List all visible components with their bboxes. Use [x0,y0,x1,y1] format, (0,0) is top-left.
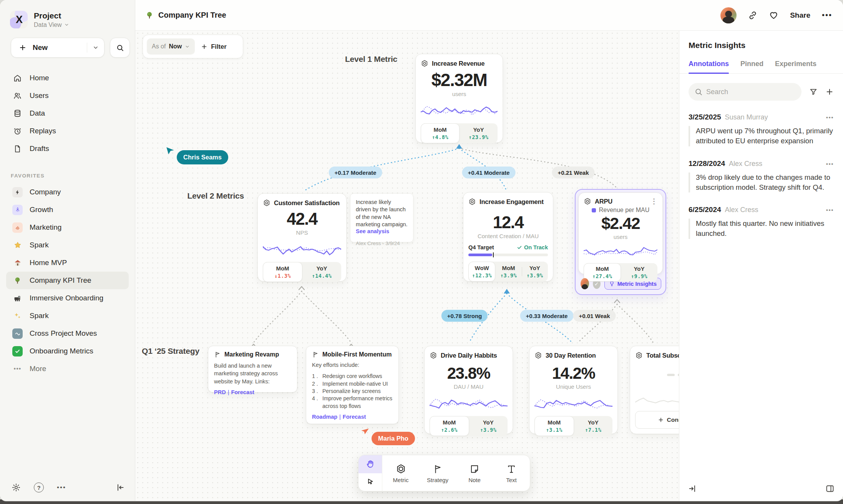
metric-card-arpu-selected[interactable]: ARPU ⋮ Revenue per MAU $2.42 users MoM↑2… [575,189,666,295]
connect-metric-button[interactable]: Connect [635,411,679,429]
metric-unit: DAU / MAU [430,383,508,390]
note-text: Increase likely driven by the launch of … [356,199,408,228]
expand-panel-icon[interactable] [688,484,697,493]
strategy-links: PRD|Forecast [214,389,291,395]
project-view-selector[interactable]: Data View [34,22,69,28]
note-icon [470,464,480,474]
strategy-card-mobile-first[interactable]: Mobile-First Momentum Key efforts includ… [306,346,399,424]
topbar: Company KPI Tree Share ••• [135,0,843,31]
toggle-sidebar-icon[interactable] [825,484,835,493]
users-icon [13,91,22,100]
filter-funnel-icon[interactable] [809,88,818,96]
favorite-company-kpi-tree[interactable]: Company KPI Tree [6,272,129,289]
forecast-link[interactable]: Forecast [231,389,254,395]
metric-card-increase-revenue[interactable]: Increase Revenue $2.32M users MoM↑4.8% Y… [415,54,503,143]
sidebar-nav: Home Users Data Replays Drafts [0,58,135,158]
annotations-search-input[interactable] [689,83,802,101]
strategy-item: 4 .Improve performance metrics across to… [312,395,393,410]
target-progress-bar [468,254,548,256]
settings-gear-icon[interactable] [12,483,21,492]
sidebar-item-data[interactable]: Data [6,104,129,122]
level-1-label: Level 1 Metric [316,55,397,64]
favorite-company[interactable]: Company [6,183,129,201]
sidebar-item-replays[interactable]: Replays [6,122,129,140]
favorite-marketing[interactable]: Marketing [6,219,129,236]
annotation-note-card[interactable]: Increase likely driven by the launch of … [350,193,413,242]
tool-metric[interactable]: Metric [382,455,419,491]
copy-link-icon[interactable] [748,11,757,20]
collaborator-avatar [581,278,589,289]
favorite-growth[interactable]: Growth [6,201,129,219]
more-options-icon[interactable]: ••• [57,484,66,491]
annotation-entry[interactable]: 3/25/2025 Susan Murray ••• ARPU went up … [689,113,834,146]
annotation-entry[interactable]: 6/25/2024 Alex Cress ••• Mostly flat thi… [689,206,834,239]
chevron-down-icon[interactable] [93,45,99,51]
sparkline-chart [534,392,612,412]
metric-hexagon-icon [534,351,542,359]
sidebar-item-drafts[interactable]: Drafts [6,140,129,158]
forecast-link[interactable]: Forecast [343,414,366,420]
strategy-item: 1 .Redesign core workflows [312,373,393,380]
user-avatar[interactable] [720,7,737,23]
tool-note[interactable]: Note [456,455,493,491]
favorite-heart-icon[interactable] [769,10,778,20]
search-button[interactable] [110,38,130,58]
tool-text[interactable]: Text [493,455,530,491]
share-button[interactable]: Share [790,11,810,20]
metric-hexagon-icon [430,351,437,359]
strategy-card-marketing-revamp[interactable]: Marketing Revamp Build and launch a new … [208,346,297,393]
tool-strategy[interactable]: Strategy [419,455,456,491]
metric-card-total-subscriptions[interactable]: Total Subscript Connect [630,346,679,434]
favorite-onboarding-metrics[interactable]: Onboarding Metrics [6,342,129,360]
annotation-menu-icon[interactable]: ••• [826,161,834,167]
project-switcher[interactable]: X Project Data View [0,0,135,28]
favorite-cross-project-moves[interactable]: Cross Project Moves [6,325,129,342]
metric-card-arpu[interactable]: ARPU ⋮ Revenue per MAU $2.42 users MoM↑2… [578,192,663,274]
metric-hexagon-icon [421,60,428,67]
metric-card-customer-satisfaction[interactable]: Customer Satisfaction 42.4 NPS MoM↓1.3% … [257,193,347,282]
annotation-menu-icon[interactable]: ••• [826,207,834,213]
favorites-more[interactable]: ••• More [6,360,129,378]
document-title: Company KPI Tree [145,11,226,20]
add-filter-button[interactable]: Filter [201,43,226,50]
sidebar-item-users[interactable]: Users [6,87,129,104]
project-name: Project [34,11,69,20]
tab-pinned[interactable]: Pinned [740,60,763,73]
annotation-menu-icon[interactable]: ••• [826,114,834,121]
prd-link[interactable]: PRD [214,389,226,395]
metric-card-30-day-retention[interactable]: 30 Day Retention 14.2% Unique Users MoM↑… [529,346,618,434]
collapse-sidebar-icon[interactable] [116,483,125,492]
tab-experiments[interactable]: Experiments [775,60,816,73]
tab-annotations[interactable]: Annotations [689,60,729,73]
add-annotation-icon[interactable] [825,88,834,96]
annotation-entry[interactable]: 12/28/2024 Alex Cress ••• 3% drop likely… [689,159,834,193]
kpi-tree-canvas[interactable]: As of Now Filter Level 1 Metric Level 2 … [135,31,679,501]
favorite-home-mvp[interactable]: Home MVP [6,254,129,272]
metric-hexagon-icon [263,199,270,207]
favorite-immersive-onboarding[interactable]: Immersive Onboarding [6,289,129,307]
roadmap-link[interactable]: Roadmap [312,414,337,420]
metric-card-drive-daily-habbits[interactable]: Drive Daily Habbits 23.8% DAU / MAU MoM↑… [424,346,513,434]
file-icon [13,144,22,153]
see-analysis-link[interactable]: See analysis [356,228,408,234]
correlation-pill: +0.78 Strong [441,310,488,322]
more-menu-icon[interactable]: ••• [822,11,832,20]
as-of-selector[interactable]: As of Now [147,38,195,55]
strategy-label: Q1 ‘25 Strategy [142,346,199,356]
sparkles-icon [12,311,23,321]
kebab-menu-icon[interactable]: ⋮ [651,198,657,205]
new-button[interactable]: New [11,38,105,58]
help-icon[interactable]: ? [34,482,44,492]
select-tool-button[interactable] [358,473,382,491]
hand-tool-button[interactable] [358,455,382,473]
house-icon [12,258,23,268]
check-icon [517,245,522,250]
panel-tabs: Annotations Pinned Experiments [679,50,843,74]
favorite-spark[interactable]: Spark [6,236,129,254]
correlation-pill: +0.17 Moderate [329,167,382,179]
sidebar-item-home[interactable]: Home [6,69,129,87]
favorite-spark-2[interactable]: Spark [6,307,129,325]
metric-unit: users [421,91,498,97]
metric-card-increase-engagement[interactable]: Increase Engagement 12.4 Content Creatio… [463,192,553,282]
replay-clock-icon [13,127,22,136]
